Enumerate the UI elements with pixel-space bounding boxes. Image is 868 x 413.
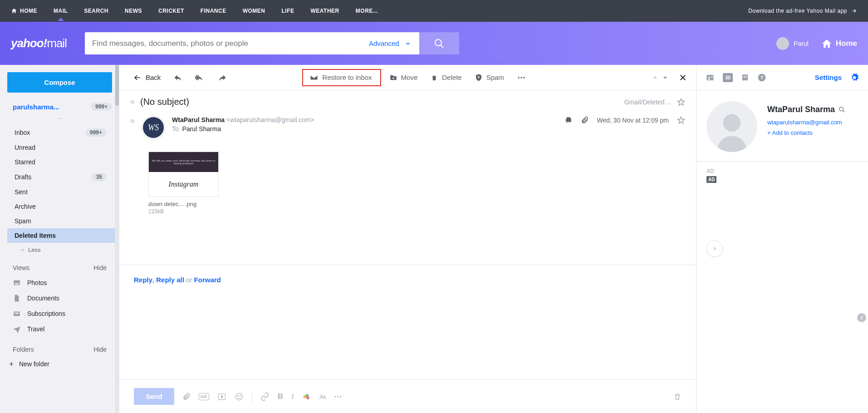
travel-icon (13, 325, 21, 333)
documents-icon (13, 294, 21, 302)
notepad-icon[interactable] (741, 74, 749, 82)
delete-button[interactable]: Delete (426, 71, 466, 84)
more-actions-button[interactable] (512, 70, 530, 85)
gear-icon[interactable] (850, 73, 859, 82)
reply-icon-button[interactable] (169, 70, 187, 85)
search-input[interactable] (85, 32, 361, 54)
send-button[interactable]: Send (134, 388, 174, 405)
svg-point-7 (523, 77, 525, 78)
svg-point-6 (520, 77, 522, 78)
nav-women[interactable]: WOMEN (243, 8, 265, 14)
sidebar-scrollbar[interactable] (115, 65, 119, 413)
prev-message-icon[interactable] (652, 75, 658, 80)
restore-to-inbox-button[interactable]: Restore to inbox (305, 71, 376, 84)
account-more[interactable]: … (7, 113, 112, 125)
font-size-icon[interactable]: AA (319, 393, 325, 400)
folder-deleted-items[interactable]: Deleted Items (7, 228, 119, 243)
less-toggle[interactable]: Less (7, 243, 112, 261)
home-icon (11, 8, 17, 14)
discard-icon[interactable] (673, 393, 682, 401)
svg-rect-21 (711, 76, 713, 77)
user-menu[interactable]: Parul (776, 37, 809, 50)
attachment-card[interactable]: We tell you when your favourite services… (148, 152, 219, 215)
sender-name: WtaParul Sharma (172, 116, 225, 123)
attach-icon[interactable] (182, 393, 191, 401)
link-icon[interactable] (260, 392, 270, 401)
to-label: To: (172, 125, 181, 133)
advanced-search[interactable]: Advanced (361, 32, 419, 54)
read-status-dot (130, 119, 135, 123)
yahoo-mail-logo[interactable]: yahoo!mail (11, 36, 67, 50)
card-icon[interactable] (217, 392, 226, 401)
folder-starred[interactable]: Starred (0, 155, 119, 169)
star-icon[interactable] (677, 98, 685, 106)
message-date: Wed, 30 Nov at 12:09 pm (597, 117, 669, 124)
bold-icon[interactable]: B (278, 392, 283, 401)
attachment-icon[interactable] (581, 116, 589, 124)
folder-drafts[interactable]: Drafts35 (0, 169, 119, 185)
search-button[interactable] (419, 32, 459, 54)
nav-home[interactable]: HOME (11, 8, 37, 14)
contacts-icon[interactable] (706, 74, 715, 82)
emoji-icon[interactable] (235, 392, 244, 401)
next-button[interactable] (706, 241, 723, 257)
compose-toolbar: Send GIF B I AA (119, 379, 696, 413)
star-icon[interactable] (677, 116, 685, 124)
folders-hide[interactable]: Hide (93, 346, 107, 353)
view-documents[interactable]: Documents (7, 290, 112, 306)
folder-sent[interactable]: Sent (0, 185, 119, 199)
next-message-icon[interactable] (662, 75, 668, 80)
folder-archive[interactable]: Archive (0, 199, 119, 214)
svg-point-20 (708, 76, 710, 78)
compose-button[interactable]: Compose (7, 72, 112, 93)
more-horizontal-icon (517, 73, 526, 82)
message-pane: Back Restore to inbox Move Delete (119, 65, 696, 413)
new-folder[interactable]: New folder (7, 357, 112, 371)
nav-search[interactable]: SEARCH (84, 8, 108, 14)
nav-news[interactable]: NEWS (125, 8, 142, 14)
move-button[interactable]: Move (385, 71, 422, 84)
svg-point-16 (335, 396, 336, 397)
italic-icon[interactable]: I (291, 392, 294, 401)
reply-link[interactable]: Reply (134, 276, 152, 284)
add-to-contacts[interactable]: + Add to contacts (767, 129, 845, 136)
reply-strip: Reply, Reply all or Forward (119, 265, 696, 295)
view-travel[interactable]: Travel (7, 321, 112, 337)
settings-link[interactable]: Settings (815, 74, 842, 81)
back-button[interactable]: Back (128, 70, 165, 85)
account-name[interactable]: parulsharma... (13, 103, 59, 111)
spam-button[interactable]: Spam (470, 71, 509, 84)
folder-unread[interactable]: Unread (0, 140, 119, 155)
info-icon[interactable]: i (857, 313, 866, 322)
nav-finance[interactable]: FINANCE (201, 8, 226, 14)
contact-email[interactable]: wtaparulsharma@gmail.com (767, 119, 845, 126)
nav-cricket[interactable]: CRICKET (158, 8, 184, 14)
header-home[interactable]: Home (821, 38, 857, 49)
forward-link[interactable]: Forward (194, 276, 221, 284)
reply-all-icon-button[interactable] (191, 70, 210, 85)
view-subscriptions[interactable]: Subscriptions (7, 306, 112, 321)
help-icon[interactable]: ? (757, 73, 766, 82)
folder-spam[interactable]: Spam (0, 214, 119, 228)
svg-rect-23 (743, 76, 747, 76)
move-icon (389, 74, 397, 82)
views-hide[interactable]: Hide (93, 264, 107, 271)
print-icon[interactable] (564, 116, 573, 124)
color-icon[interactable] (302, 392, 311, 401)
forward-icon-button[interactable] (213, 70, 231, 85)
search-icon[interactable] (839, 106, 845, 113)
download-app-link[interactable]: Download the ad-free Yahoo Mail app (748, 8, 857, 14)
close-icon[interactable] (679, 74, 687, 82)
calendar-icon[interactable]: 30 (723, 73, 733, 82)
home-icon (821, 38, 832, 49)
nav-more[interactable]: MORE... (356, 8, 378, 14)
reply-all-icon (195, 73, 205, 82)
nav-life[interactable]: LIFE (282, 8, 294, 14)
more-format-icon[interactable] (333, 392, 343, 401)
nav-weather[interactable]: WEATHER (311, 8, 339, 14)
nav-mail[interactable]: MAIL (54, 8, 68, 14)
reply-all-link[interactable]: Reply all (156, 276, 184, 284)
view-photos[interactable]: Photos (7, 275, 112, 290)
folder-inbox[interactable]: Inbox999+ (0, 125, 119, 140)
gif-icon[interactable]: GIF (199, 393, 209, 400)
